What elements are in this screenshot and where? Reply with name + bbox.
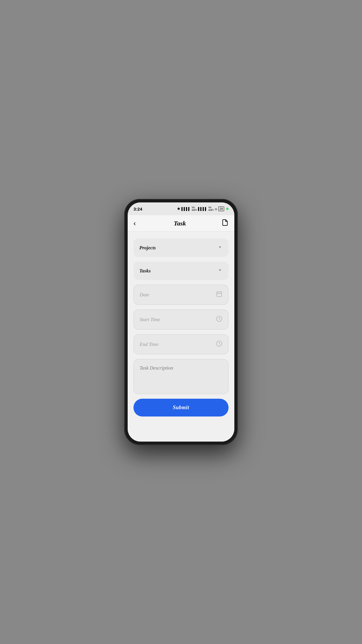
vo-wifi-label1: VoWiFi — [192, 206, 197, 211]
start-time-field[interactable]: Start Time — [133, 309, 229, 330]
status-time: 3:24 — [133, 206, 142, 211]
svg-rect-0 — [217, 292, 222, 297]
tasks-arrow-icon — [217, 267, 223, 274]
document-icon[interactable] — [222, 219, 229, 228]
vo-wifi-label2: VoWiFi — [208, 206, 214, 211]
back-button[interactable]: ‹ — [133, 218, 138, 229]
page-title: Task — [174, 220, 186, 227]
phone-screen: 3:24 ✱ ▌▌▌▌ VoWiFi ▌▌▌▌ VoWiFi ⌾ 29 ‹ Ta… — [128, 202, 234, 442]
battery-icon: 29 — [218, 206, 224, 211]
tasks-label: Tasks — [139, 268, 151, 274]
wifi-icon: ⌾ — [215, 207, 217, 211]
phone-frame: 3:24 ✱ ▌▌▌▌ VoWiFi ▌▌▌▌ VoWiFi ⌾ 29 ‹ Ta… — [124, 199, 238, 445]
projects-arrow-icon — [217, 244, 223, 251]
form-content: Projects Tasks Date — [128, 232, 234, 442]
date-field[interactable]: Date — [133, 285, 229, 305]
start-time-placeholder: Start Time — [140, 317, 160, 323]
clock-icon-end — [216, 340, 222, 348]
signal-icon: ▌▌▌▌ — [181, 207, 190, 211]
status-bar: 3:24 ✱ ▌▌▌▌ VoWiFi ▌▌▌▌ VoWiFi ⌾ 29 — [128, 202, 234, 215]
page-header: ‹ Task — [128, 215, 234, 232]
end-time-placeholder: End Time — [140, 342, 159, 347]
task-description-input[interactable] — [133, 359, 229, 394]
clock-icon-start — [216, 316, 222, 323]
network-dot — [226, 208, 229, 210]
status-icons: ✱ ▌▌▌▌ VoWiFi ▌▌▌▌ VoWiFi ⌾ 29 — [177, 206, 229, 211]
submit-button[interactable]: Submit — [133, 399, 229, 416]
end-time-field[interactable]: End Time — [133, 334, 229, 354]
projects-label: Projects — [139, 245, 156, 251]
tasks-dropdown[interactable]: Tasks — [133, 262, 229, 280]
projects-dropdown[interactable]: Projects — [133, 239, 229, 257]
date-placeholder: Date — [140, 292, 149, 298]
bluetooth-icon: ✱ — [177, 207, 180, 211]
signal2-icon: ▌▌▌▌ — [198, 207, 207, 211]
calendar-icon — [216, 291, 222, 299]
